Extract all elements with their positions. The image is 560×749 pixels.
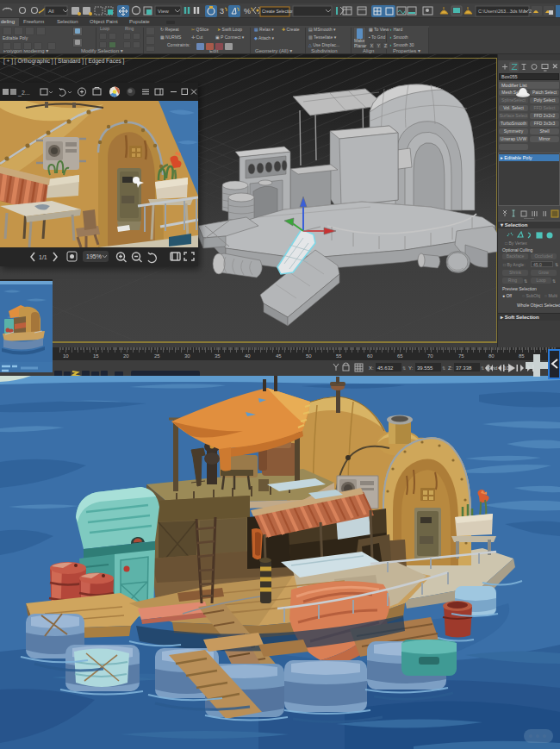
svg-text:3: 3 — [220, 7, 224, 16]
svg-text:%: % — [244, 7, 251, 16]
svg-text:195%: 195% — [86, 253, 102, 259]
svg-text:Create Selection: Create Selection — [262, 9, 294, 14]
svg-text:C:\Users\263...3ds Max 2024: C:\Users\263...3ds Max 2024 — [478, 9, 539, 14]
svg-text:All: All — [48, 9, 54, 14]
svg-text:View: View — [158, 9, 170, 14]
svg-text:1/1: 1/1 — [39, 254, 47, 260]
svg-text:_2...: _2... — [17, 90, 30, 97]
svg-text:[ + ] [ Orthographic ] [ Stand: [ + ] [ Orthographic ] [ Standard ] [ Ed… — [3, 58, 125, 65]
